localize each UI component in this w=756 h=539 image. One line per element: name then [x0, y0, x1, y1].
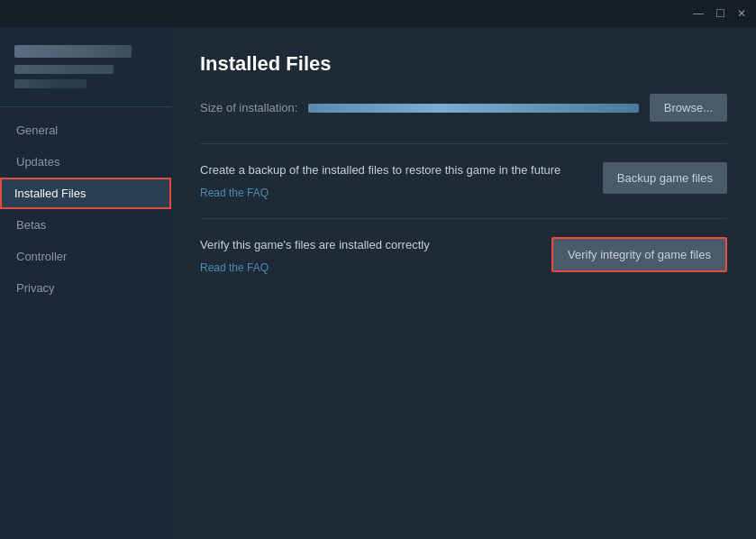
sidebar-item-updates[interactable]: Updates: [0, 146, 171, 178]
backup-button[interactable]: Backup game files: [603, 162, 727, 194]
sidebar: General Updates Installed Files Betas Co…: [0, 27, 171, 539]
sidebar-item-controller[interactable]: Controller: [0, 241, 171, 272]
game-subtitle-bar: [14, 65, 114, 74]
browse-button[interactable]: Browse...: [650, 94, 727, 122]
sidebar-item-privacy[interactable]: Privacy: [0, 272, 171, 304]
backup-section-row: Create a backup of the installed files t…: [200, 143, 727, 218]
verify-section-text: Verify this game's files are installed c…: [200, 237, 533, 275]
sidebar-game-info: [0, 38, 171, 103]
title-bar-controls: — ☐ ✕: [691, 6, 749, 21]
backup-description: Create a backup of the installed files t…: [200, 162, 585, 178]
minimize-button[interactable]: —: [691, 6, 706, 21]
install-size-label: Size of installation:: [200, 101, 297, 114]
backup-action: Backup game files: [603, 162, 727, 194]
verify-description: Verify this game's files are installed c…: [200, 237, 533, 253]
maximize-button[interactable]: ☐: [713, 6, 727, 21]
game-tag-bar: [14, 79, 87, 88]
backup-faq-link[interactable]: Read the FAQ: [200, 187, 269, 199]
verify-section-row: Verify this game's files are installed c…: [200, 218, 727, 293]
verify-action: Verify integrity of game files: [551, 237, 727, 272]
app-body: General Updates Installed Files Betas Co…: [0, 27, 756, 539]
install-size-row: Size of installation: Browse...: [200, 94, 727, 122]
content-area: Installed Files Size of installation: Br…: [171, 27, 756, 539]
title-bar: — ☐ ✕: [0, 0, 756, 27]
game-title-bar: [14, 45, 132, 58]
install-size-bar: [308, 104, 638, 113]
close-button[interactable]: ✕: [734, 6, 749, 21]
sidebar-divider: [0, 106, 171, 107]
sidebar-item-betas[interactable]: Betas: [0, 209, 171, 241]
sidebar-item-general[interactable]: General: [0, 114, 171, 146]
page-title: Installed Files: [200, 52, 727, 76]
verify-faq-link[interactable]: Read the FAQ: [200, 261, 269, 274]
sidebar-item-installed-files[interactable]: Installed Files: [0, 178, 171, 209]
verify-integrity-button[interactable]: Verify integrity of game files: [551, 237, 727, 272]
backup-section-text: Create a backup of the installed files t…: [200, 162, 585, 200]
